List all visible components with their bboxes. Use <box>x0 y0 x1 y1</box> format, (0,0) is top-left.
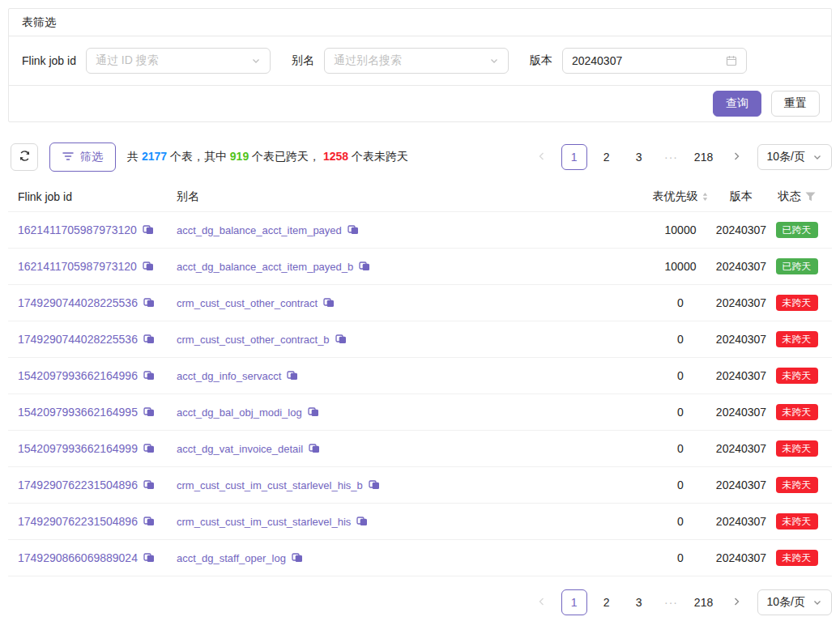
next-page-button[interactable] <box>723 589 749 615</box>
priority-value: 0 <box>677 551 684 564</box>
page-number-2[interactable]: 2 <box>594 589 620 615</box>
copy-icon[interactable] <box>143 516 155 527</box>
copy-icon[interactable] <box>143 224 154 236</box>
copy-icon[interactable] <box>143 406 155 418</box>
version-value: 20240307 <box>716 260 766 273</box>
copy-icon[interactable] <box>308 406 319 418</box>
page-size-select[interactable]: 10条/页 <box>757 144 832 170</box>
prev-page-button[interactable] <box>529 589 555 615</box>
flink-job-id-link[interactable]: 1749290866069889024 <box>18 551 138 564</box>
flink-job-id-link[interactable]: 1749290744028225536 <box>18 296 138 309</box>
alias-cell: acct_dg_staff_oper_log <box>167 552 648 564</box>
version-value: 20240307 <box>716 369 766 382</box>
page-ellipsis: ··· <box>659 144 684 170</box>
flink-job-id-link[interactable]: 1542097993662164995 <box>18 406 138 419</box>
copy-icon[interactable] <box>348 224 359 236</box>
copy-icon[interactable] <box>143 370 155 381</box>
alias-link[interactable]: acct_dg_bal_obj_modi_log <box>177 406 302 419</box>
copy-icon[interactable] <box>143 479 155 491</box>
filter-button[interactable]: 筛选 <box>49 142 116 172</box>
copy-icon[interactable] <box>359 261 370 272</box>
copy-icon[interactable] <box>143 261 154 272</box>
status-badge: 未跨天 <box>776 368 818 384</box>
flink-job-id-link[interactable]: 1542097993662164996 <box>18 369 138 382</box>
column-header-status-label: 状态 <box>778 189 801 204</box>
column-header-priority[interactable]: 表优先级 <box>648 189 713 204</box>
status-cell: 未跨天 <box>770 404 832 420</box>
page-number-218[interactable]: 218 <box>691 144 717 170</box>
alias-link[interactable]: acct_dg_vat_invoice_detail <box>177 443 303 455</box>
table-row: 1542097993662164999acct_dg_vat_invoice_d… <box>8 431 832 467</box>
chevron-down-icon <box>812 152 822 162</box>
page: 表筛选 Flink job id 通过 ID 搜索 别名 通过别名搜索 <box>0 0 840 621</box>
job-id-cell: 1749290744028225536 <box>8 296 167 309</box>
copy-icon[interactable] <box>335 334 347 345</box>
copy-icon[interactable] <box>309 443 320 454</box>
page-size-select[interactable]: 10条/页 <box>757 589 832 615</box>
filter-button-label: 筛选 <box>80 150 103 164</box>
page-number-1[interactable]: 1 <box>561 589 587 615</box>
alias-cell: crm_cust_cust_other_contract <box>167 297 648 309</box>
alias-select[interactable]: 通过别名搜索 <box>324 48 509 74</box>
priority-cell: 0 <box>648 406 713 419</box>
prev-page-button[interactable] <box>529 144 555 170</box>
alias-link[interactable]: acct_dg_balance_acct_item_payed <box>177 224 342 236</box>
copy-icon[interactable] <box>143 334 155 345</box>
copy-icon[interactable] <box>323 297 335 308</box>
flink-job-id-field: Flink job id 通过 ID 搜索 <box>22 48 271 74</box>
flink-job-id-link[interactable]: 1749290762231504896 <box>18 479 138 491</box>
alias-link[interactable]: crm_cust_cust_other_contract_b <box>177 334 330 346</box>
refresh-button[interactable] <box>11 143 38 171</box>
table-row: 1621411705987973120acct_dg_balance_acct_… <box>8 212 832 249</box>
funnel-icon[interactable] <box>805 192 816 202</box>
alias-link[interactable]: acct_dg_balance_acct_item_payed_b <box>177 261 353 273</box>
chevron-left-icon <box>537 596 547 609</box>
alias-link[interactable]: crm_cust_cust_im_cust_starlevel_his_b <box>177 479 363 491</box>
copy-icon[interactable] <box>143 297 155 308</box>
flink-job-id-link[interactable]: 1621411705987973120 <box>18 260 137 273</box>
version-cell: 20240307 <box>713 296 770 309</box>
calendar-icon <box>726 55 737 66</box>
flink-job-id-link[interactable]: 1542097993662164999 <box>18 442 138 455</box>
flink-job-id-select[interactable]: 通过 ID 搜索 <box>86 48 271 74</box>
priority-value: 0 <box>677 333 684 346</box>
priority-cell: 0 <box>648 551 713 564</box>
alias-link[interactable]: acct_dg_info_servacct <box>177 370 281 382</box>
version-cell: 20240307 <box>713 551 770 564</box>
alias-link[interactable]: crm_cust_cust_im_cust_starlevel_his <box>177 516 351 528</box>
table-row: 1749290762231504896crm_cust_cust_im_cust… <box>8 467 832 504</box>
page-number-218[interactable]: 218 <box>691 589 717 615</box>
table-row: 1749290762231504896crm_cust_cust_im_cust… <box>8 504 832 540</box>
footer-pager: 123···218 10条/页 <box>8 589 832 615</box>
copy-icon[interactable] <box>369 479 380 491</box>
next-page-button[interactable] <box>723 144 749 170</box>
copy-icon[interactable] <box>356 516 368 527</box>
page-number-1[interactable]: 1 <box>561 144 587 170</box>
summary-count-red: 1258 <box>323 150 348 163</box>
status-cell: 未跨天 <box>770 477 832 493</box>
flink-job-id-link[interactable]: 1749290762231504896 <box>18 515 138 528</box>
copy-icon[interactable] <box>143 552 155 564</box>
copy-icon[interactable] <box>143 443 155 454</box>
reset-button[interactable]: 重置 <box>771 91 820 117</box>
page-number-3[interactable]: 3 <box>626 589 652 615</box>
page-number-3[interactable]: 3 <box>626 144 652 170</box>
page-number-2[interactable]: 2 <box>594 144 620 170</box>
query-button[interactable]: 查询 <box>713 91 761 117</box>
version-date-input[interactable]: 20240307 <box>562 48 747 74</box>
status-cell: 未跨天 <box>770 513 832 530</box>
table-row: 1542097993662164996acct_dg_info_servacct… <box>8 358 832 394</box>
alias-cell: acct_dg_balance_acct_item_payed_b <box>167 261 648 273</box>
flink-job-id-link[interactable]: 1749290744028225536 <box>18 333 138 346</box>
copy-icon[interactable] <box>287 370 298 381</box>
job-id-cell: 1749290866069889024 <box>8 551 167 564</box>
flink-job-id-link[interactable]: 1621411705987973120 <box>18 223 137 236</box>
priority-cell: 0 <box>648 442 713 455</box>
status-badge: 已跨天 <box>776 258 818 274</box>
summary-count-green: 919 <box>230 150 249 163</box>
alias-link[interactable]: acct_dg_staff_oper_log <box>177 552 286 564</box>
alias-cell: acct_dg_vat_invoice_detail <box>167 443 648 455</box>
alias-link[interactable]: crm_cust_cust_other_contract <box>177 297 318 309</box>
copy-icon[interactable] <box>292 552 303 564</box>
status-badge: 已跨天 <box>776 222 818 238</box>
